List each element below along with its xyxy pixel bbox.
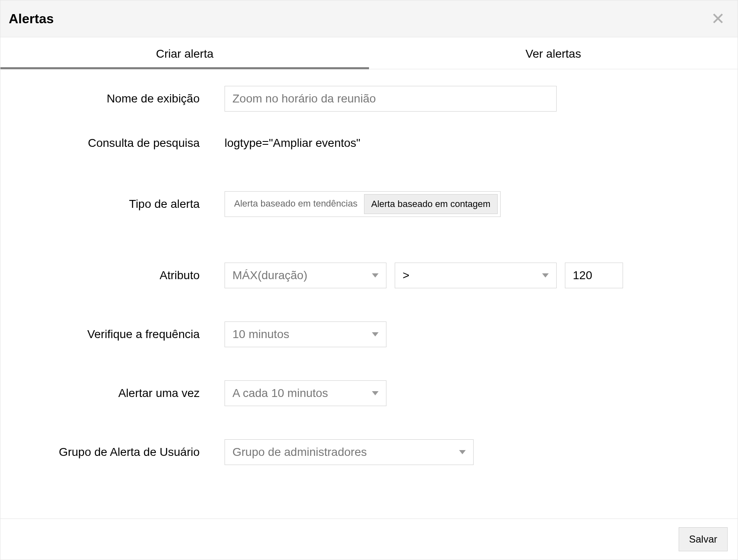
row-search-query: Consulta de pesquisa logtype="Ampliar ev… xyxy=(17,136,721,150)
label-check-frequency: Verifique a frequência xyxy=(17,328,225,341)
label-alert-type: Tipo de alerta xyxy=(17,197,225,211)
row-alert-type: Tipo de alerta Alerta baseado em tendênc… xyxy=(17,191,721,217)
attribute-operator-select[interactable]: > xyxy=(395,263,557,288)
alert-type-count-option[interactable]: Alerta baseado em contagem xyxy=(364,194,497,214)
row-check-frequency: Verifique a frequência 10 minutos xyxy=(17,321,721,347)
row-display-name: Nome de exibição xyxy=(17,86,721,112)
check-frequency-value: 10 minutos xyxy=(232,328,289,341)
alerts-modal: Alertas ✕ Criar alerta Ver alertas Nome … xyxy=(0,0,738,560)
row-attribute: Atributo MÁX(duração) > xyxy=(17,263,721,288)
attribute-function-value: MÁX(duração) xyxy=(232,269,308,282)
display-name-input[interactable] xyxy=(225,86,557,112)
tabs: Criar alerta Ver alertas xyxy=(0,37,738,69)
modal-header: Alertas ✕ xyxy=(0,0,738,37)
tab-create-alert[interactable]: Criar alerta xyxy=(0,37,369,69)
row-user-group: Grupo de Alerta de Usuário Grupo de admi… xyxy=(17,439,721,465)
attribute-operator-value: > xyxy=(403,269,409,282)
row-alert-once: Alertar uma vez A cada 10 minutos xyxy=(17,380,721,406)
label-alert-once: Alertar uma vez xyxy=(17,387,225,400)
chevron-down-icon xyxy=(372,332,379,336)
chevron-down-icon xyxy=(542,273,549,278)
modal-footer: Salvar xyxy=(0,519,738,560)
alert-once-select[interactable]: A cada 10 minutos xyxy=(225,380,386,406)
user-group-value: Grupo de administradores xyxy=(232,446,367,459)
chevron-down-icon xyxy=(372,273,379,278)
alert-once-value: A cada 10 minutos xyxy=(232,387,328,400)
check-frequency-select[interactable]: 10 minutos xyxy=(225,321,386,347)
save-button[interactable]: Salvar xyxy=(679,527,728,551)
form-area: Nome de exibição Consulta de pesquisa lo… xyxy=(0,69,738,519)
modal-title: Alertas xyxy=(9,11,54,27)
label-user-group: Grupo de Alerta de Usuário xyxy=(17,446,225,459)
chevron-down-icon xyxy=(459,450,466,454)
search-query-value: logtype="Ampliar eventos" xyxy=(225,136,360,150)
label-attribute: Atributo xyxy=(17,269,225,282)
attribute-value-input[interactable] xyxy=(565,263,623,288)
tab-view-alerts[interactable]: Ver alertas xyxy=(369,37,738,69)
alert-type-trend-option[interactable]: Alerta baseado em tendências xyxy=(227,194,364,214)
label-display-name: Nome de exibição xyxy=(17,92,225,105)
chevron-down-icon xyxy=(372,391,379,395)
user-group-select[interactable]: Grupo de administradores xyxy=(225,439,474,465)
alert-type-toggle: Alerta baseado em tendências Alerta base… xyxy=(225,191,501,217)
close-icon[interactable]: ✕ xyxy=(707,10,729,27)
attribute-function-select[interactable]: MÁX(duração) xyxy=(225,263,386,288)
label-search-query: Consulta de pesquisa xyxy=(17,136,225,150)
